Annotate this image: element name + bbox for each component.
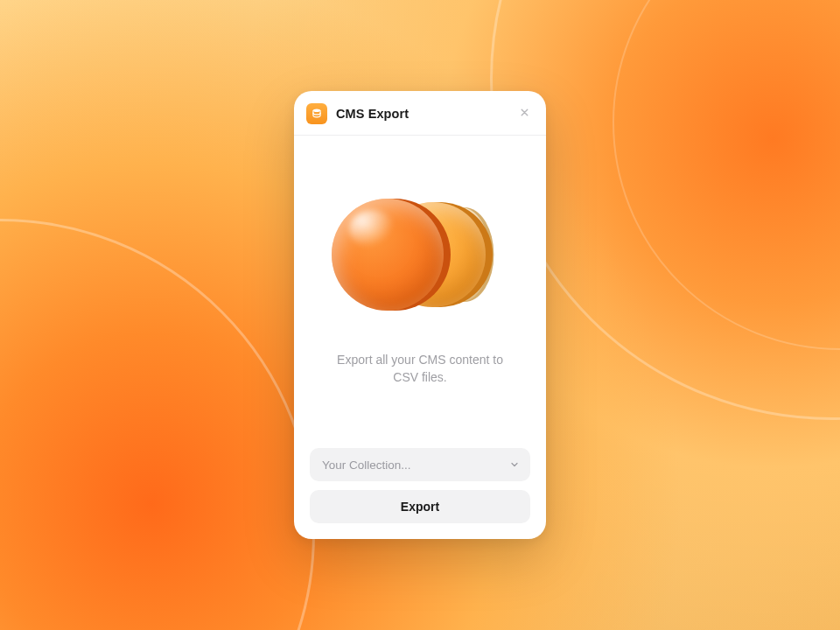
description-text: Export all your CMS content to CSV files… — [332, 351, 508, 387]
chevron-down-icon — [509, 459, 520, 470]
stacked-discs-graphic — [326, 176, 514, 333]
modal-header: CMS Export — [294, 91, 546, 136]
disc-graphic — [332, 199, 444, 311]
modal-footer: Your Collection... Export — [294, 448, 546, 539]
background-ring — [612, 0, 840, 350]
cms-export-modal: CMS Export Export all your CMS content t… — [294, 91, 546, 539]
export-button[interactable]: Export — [310, 490, 530, 523]
export-button-label: Export — [401, 500, 439, 514]
close-icon — [519, 107, 530, 121]
collection-select[interactable]: Your Collection... — [310, 448, 530, 481]
close-button[interactable] — [514, 104, 534, 123]
collection-select-placeholder: Your Collection... — [322, 458, 411, 472]
svg-point-0 — [313, 108, 320, 112]
database-icon — [306, 103, 327, 124]
background-ring — [0, 219, 315, 630]
modal-title: CMS Export — [336, 107, 506, 121]
modal-body: Export all your CMS content to CSV files… — [294, 136, 546, 448]
